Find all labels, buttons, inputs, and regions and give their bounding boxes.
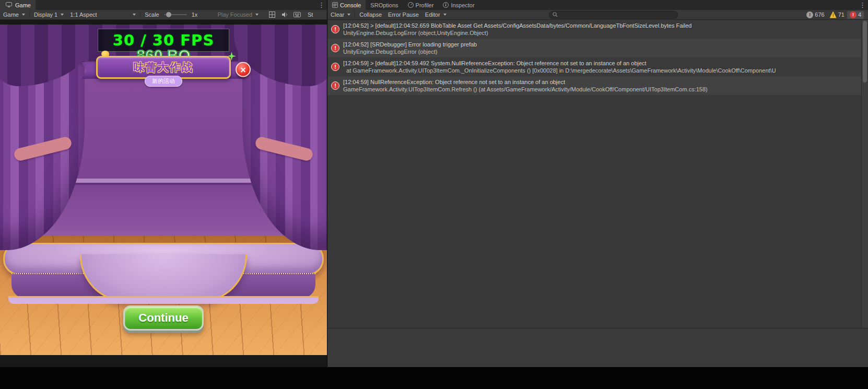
console-tabbar: Console SROptions Profiler Inspector ⋮	[327, 0, 868, 10]
stage-base-trim	[8, 296, 319, 304]
log-entry-text: [12:04:59] > [default]12:04:59.492 Syste…	[343, 60, 776, 74]
chevron-down-icon	[443, 14, 447, 16]
game-scene: 30 / 30 FPS 860 BQ 味蕾大作战 新的活动 ✕	[0, 25, 327, 355]
warning-count-toggle[interactable]: ! 71	[827, 11, 847, 19]
log-entry-text: [12:04:52] > [default]12:04:52.659 BlobT…	[343, 22, 691, 37]
toolbar-separator	[355, 11, 355, 18]
game-view-icon	[5, 1, 13, 9]
warning-triangle-icon: !	[830, 11, 837, 18]
profiler-icon	[408, 2, 414, 8]
log-entry[interactable]: ! [12:04:59] NullReferenceException: Obj…	[327, 76, 861, 95]
stats-button[interactable]: St	[304, 10, 316, 19]
console-scrollbar[interactable]	[861, 20, 868, 328]
console-search	[549, 11, 678, 19]
log-message: [12:04:52] [SRDebugger] Error loading tr…	[343, 41, 477, 48]
chevron-down-icon	[22, 14, 25, 16]
search-icon	[553, 12, 558, 17]
play-focused-label: Play Focused	[217, 11, 252, 18]
warning-count: 71	[838, 11, 844, 18]
stage-center-lobe	[80, 254, 247, 302]
log-stacktrace: UnityEngine.Debug:LogError (object)	[343, 48, 477, 55]
tab-inspector[interactable]: Inspector	[438, 0, 479, 10]
close-icon: ✕	[240, 65, 247, 74]
tab-inspector-label: Inspector	[451, 2, 474, 8]
event-banner-badge: 新的活动	[145, 76, 182, 87]
tab-game[interactable]: Game	[0, 0, 36, 10]
display-dropdown[interactable]: Display 1	[31, 10, 67, 19]
game-panel: Game ⋮ Game Display 1 1:1 Aspect Scale	[0, 0, 327, 367]
console-log-list: ! [12:04:52] > [default]12:04:52.659 Blo…	[327, 20, 861, 95]
chevron-down-icon	[61, 14, 64, 16]
console-toolbar: Clear Collapse Error Pause Editor	[327, 10, 868, 20]
log-message: [12:04:52] > [default]12:04:52.659 BlobT…	[343, 22, 691, 29]
game-toolbar-icons	[265, 10, 304, 19]
console-scrollbar-thumb[interactable]	[863, 21, 867, 82]
chevron-down-icon	[347, 14, 350, 16]
log-entry[interactable]: ! [12:04:59] > [default]12:04:59.492 Sys…	[327, 57, 861, 76]
banner-ornament	[101, 51, 109, 57]
game-view: 30 / 30 FPS 860 BQ 味蕾大作战 新的活动 ✕	[0, 20, 327, 367]
scale-value: 1x	[192, 11, 198, 18]
error-icon: !	[331, 25, 339, 33]
log-entry[interactable]: ! [12:04:52] > [default]12:04:52.659 Blo…	[327, 20, 861, 39]
error-icon: !	[331, 63, 339, 71]
console-panel: Console SROptions Profiler Inspector ⋮	[327, 0, 868, 367]
continue-button[interactable]: Continue	[123, 305, 204, 331]
tab-game-label: Game	[15, 2, 31, 8]
game-toolbar: Game Display 1 1:1 Aspect Scale 1x	[0, 10, 327, 20]
console-search-input[interactable]	[560, 11, 674, 18]
console-panel-menu-icon[interactable]: ⋮	[859, 1, 866, 9]
collapse-toggle[interactable]: Collapse	[356, 10, 385, 19]
error-pause-toggle[interactable]: Error Pause	[385, 10, 422, 19]
scale-control: Scale 1x	[142, 10, 201, 19]
log-stacktrace: UnityEngine.Debug:LogError (object,Unity…	[343, 29, 691, 37]
inspector-info-icon	[443, 2, 449, 8]
continue-button-label: Continue	[138, 311, 188, 325]
game-panel-menu-icon[interactable]: ⋮	[318, 1, 325, 9]
game-tabbar: Game ⋮	[0, 0, 327, 10]
tab-profiler[interactable]: Profiler	[403, 0, 439, 10]
stats-label-truncated: St	[308, 11, 313, 18]
clear-button[interactable]: Clear	[327, 10, 354, 19]
event-banner-group: 860 BQ 味蕾大作战 新的活动 ✕	[90, 56, 237, 83]
scale-slider-thumb[interactable]	[166, 12, 171, 17]
log-message: [12:04:59] NullReferenceException: Objec…	[343, 78, 708, 86]
error-icon: !	[331, 81, 339, 90]
display-label: Display 1	[34, 11, 57, 18]
tab-sroptions-label: SROptions	[370, 2, 398, 8]
close-button[interactable]: ✕	[236, 62, 251, 77]
game-target-dropdown[interactable]: Game	[0, 10, 28, 19]
toolbar-separator	[29, 11, 30, 18]
info-count-toggle[interactable]: ! 676	[804, 11, 827, 19]
console-detail-pane	[327, 328, 868, 367]
game-target-label: Game	[3, 11, 19, 18]
clear-label: Clear	[331, 11, 344, 18]
audio-mute-icon[interactable]	[280, 10, 289, 19]
capture-grid-icon[interactable]	[268, 10, 276, 19]
scale-slider[interactable]	[164, 14, 187, 15]
event-banner-title: 味蕾大作战	[134, 60, 194, 75]
log-entry[interactable]: ! [12:04:52] [SRDebugger] Error loading …	[327, 39, 861, 57]
aspect-dropdown[interactable]: 1:1 Aspect	[67, 10, 139, 19]
log-entry-text: [12:04:52] [SRDebugger] Error loading tr…	[343, 41, 477, 55]
info-count: 676	[815, 11, 824, 18]
chevron-down-icon	[133, 14, 136, 16]
error-pause-label: Error Pause	[388, 11, 419, 18]
log-stacktrace: GameFramework.Activity.UITop3ItemCom.Ref…	[343, 86, 708, 93]
unity-editor-window: Game ⋮ Game Display 1 1:1 Aspect Scale	[0, 0, 868, 389]
error-count-toggle[interactable]: ! 4	[847, 11, 864, 19]
toolbar-separator	[140, 11, 140, 18]
chevron-down-icon	[255, 14, 259, 16]
editor-dropdown[interactable]: Editor	[422, 10, 450, 19]
tab-console[interactable]: Console	[327, 0, 366, 10]
tab-console-label: Console	[340, 2, 361, 8]
tab-profiler-label: Profiler	[416, 2, 434, 8]
keyboard-input-icon[interactable]	[293, 10, 301, 19]
info-bubble-icon: !	[806, 11, 813, 18]
log-entry-text: [12:04:59] NullReferenceException: Objec…	[343, 78, 708, 93]
tab-sroptions[interactable]: SROptions	[366, 0, 403, 10]
editor-label: Editor	[425, 11, 440, 18]
console-icon	[332, 2, 338, 8]
play-focused-dropdown[interactable]: Play Focused	[214, 10, 262, 19]
collapse-label: Collapse	[359, 11, 382, 18]
